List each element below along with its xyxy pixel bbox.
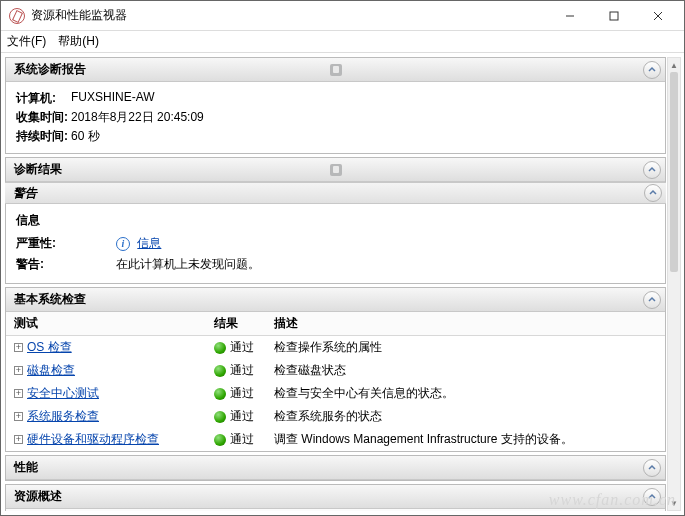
close-button[interactable]: [636, 2, 680, 30]
app-icon: [9, 8, 25, 24]
section-header-basic-check[interactable]: 基本系统检查: [6, 288, 665, 312]
report-icon: [330, 64, 342, 76]
severity-link[interactable]: 信息: [137, 236, 161, 250]
expand-icon[interactable]: +: [14, 366, 23, 375]
section-header-resource[interactable]: 资源概述: [6, 485, 665, 509]
col-result: 结果: [206, 312, 266, 336]
test-link[interactable]: 磁盘检查: [27, 363, 75, 377]
menubar: 文件(F) 帮助(H): [1, 31, 684, 53]
table-row: +OS 检查通过检查操作系统的属性: [6, 336, 665, 360]
desc-text: 检查磁盘状态: [266, 359, 665, 382]
col-util: 利用率: [136, 509, 206, 511]
value-computer: FUXSHINE-AW: [71, 90, 155, 107]
expand-icon[interactable]: +: [14, 412, 23, 421]
pass-icon: [214, 411, 226, 423]
collapse-button[interactable]: [643, 161, 661, 179]
panel-basic-check: 基本系统检查 测试 结果 描述 +OS 检查通过检查操作系统的属性+磁盘检查通过…: [5, 287, 666, 452]
scroll-down-arrow[interactable]: ▼: [668, 496, 680, 510]
section-title-basic-check: 基本系统检查: [14, 291, 86, 308]
col-test: 测试: [6, 312, 206, 336]
pass-icon: [214, 365, 226, 377]
result-text: 通过: [230, 432, 254, 446]
warning-text: 在此计算机上未发现问题。: [116, 256, 655, 273]
test-link[interactable]: 硬件设备和驱动程序检查: [27, 432, 159, 446]
desc-text: 检查系统服务的状态: [266, 405, 665, 428]
table-row: +系统服务检查通过检查系统服务的状态: [6, 405, 665, 428]
col-component: 组件: [6, 509, 56, 511]
value-duration: 60 秒: [71, 128, 100, 145]
basic-check-table: 测试 结果 描述 +OS 检查通过检查操作系统的属性+磁盘检查通过检查磁盘状态+…: [6, 312, 665, 451]
test-link[interactable]: OS 检查: [27, 340, 72, 354]
expand-icon[interactable]: +: [14, 389, 23, 398]
table-row: +安全中心测试通过检查与安全中心有关信息的状态。: [6, 382, 665, 405]
window-title: 资源和性能监视器: [31, 7, 548, 24]
minimize-button[interactable]: [548, 2, 592, 30]
resource-table: 组件 状态 利用率 详细信息 CPU闲置1 %CPU 负载低。磁盘闲置30 /s…: [6, 509, 665, 511]
window-frame: 资源和性能监视器 文件(F) 帮助(H) 系统诊断报告: [0, 0, 685, 516]
scroll-thumb[interactable]: [670, 72, 678, 272]
collapse-button[interactable]: [643, 488, 661, 506]
warning-subheader[interactable]: 警告: [5, 182, 666, 204]
result-text: 通过: [230, 340, 254, 354]
maximize-button[interactable]: [592, 2, 636, 30]
desc-text: 检查与安全中心有关信息的状态。: [266, 382, 665, 405]
pass-icon: [214, 388, 226, 400]
menu-file[interactable]: 文件(F): [7, 33, 46, 50]
value-collect: 2018年8月22日 20:45:09: [71, 109, 204, 126]
table-row: +硬件设备和驱动程序检查通过调查 Windows Management Infr…: [6, 428, 665, 451]
label-severity: 严重性:: [16, 235, 116, 252]
diagnosis-info-block: 信息 严重性: i 信息 警告: 在此计算机上未发现问题。: [6, 204, 665, 283]
result-text: 通过: [230, 409, 254, 423]
label-collect: 收集时间:: [16, 109, 71, 126]
pass-icon: [214, 342, 226, 354]
desc-text: 调查 Windows Management Infrastructure 支持的…: [266, 428, 665, 451]
panel-resource: 资源概述 组件 状态 利用率 详细信息 CPU闲置1 %CPU 负: [5, 484, 666, 511]
pass-icon: [214, 434, 226, 446]
panel-performance: 性能: [5, 455, 666, 481]
collapse-button[interactable]: [644, 184, 662, 202]
content-area: 系统诊断报告 计算机:FUXSHINE-AW 收集时间:2018年8月22日 2…: [1, 53, 684, 515]
section-header-report[interactable]: 系统诊断报告: [6, 58, 665, 82]
info-icon: i: [116, 237, 130, 251]
panel-diagnosis: 诊断结果 警告 信息 严重性:: [5, 157, 666, 284]
section-title-report: 系统诊断报告: [14, 61, 86, 78]
result-text: 通过: [230, 363, 254, 377]
test-link[interactable]: 系统服务检查: [27, 409, 99, 423]
col-detail: 详细信息: [206, 509, 665, 511]
scroll-area: 系统诊断报告 计算机:FUXSHINE-AW 收集时间:2018年8月22日 2…: [5, 57, 666, 511]
section-title-performance: 性能: [14, 459, 38, 476]
expand-icon[interactable]: +: [14, 435, 23, 444]
desc-text: 检查操作系统的属性: [266, 336, 665, 360]
report-body: 计算机:FUXSHINE-AW 收集时间:2018年8月22日 20:45:09…: [6, 82, 665, 153]
report-icon: [330, 164, 342, 176]
section-header-performance[interactable]: 性能: [6, 456, 665, 480]
vertical-scrollbar[interactable]: ▲ ▼: [667, 57, 681, 511]
table-row: +磁盘检查通过检查磁盘状态: [6, 359, 665, 382]
expand-icon[interactable]: +: [14, 343, 23, 352]
section-header-diagnosis[interactable]: 诊断结果: [6, 158, 665, 182]
info-heading: 信息: [16, 212, 655, 229]
titlebar[interactable]: 资源和性能监视器: [1, 1, 684, 31]
col-desc: 描述: [266, 312, 665, 336]
col-status: 状态: [56, 509, 136, 511]
warning-subheader-text: 警告: [13, 185, 37, 202]
scroll-up-arrow[interactable]: ▲: [668, 58, 680, 72]
section-title-diagnosis: 诊断结果: [14, 161, 62, 178]
panel-system-report: 系统诊断报告 计算机:FUXSHINE-AW 收集时间:2018年8月22日 2…: [5, 57, 666, 154]
label-warning: 警告:: [16, 256, 116, 273]
label-computer: 计算机:: [16, 90, 71, 107]
menu-help[interactable]: 帮助(H): [58, 33, 99, 50]
svg-rect-1: [610, 12, 618, 20]
collapse-button[interactable]: [643, 459, 661, 477]
collapse-button[interactable]: [643, 61, 661, 79]
label-duration: 持续时间:: [16, 128, 71, 145]
result-text: 通过: [230, 386, 254, 400]
section-title-resource: 资源概述: [14, 488, 62, 505]
collapse-button[interactable]: [643, 291, 661, 309]
test-link[interactable]: 安全中心测试: [27, 386, 99, 400]
window-controls: [548, 2, 680, 30]
